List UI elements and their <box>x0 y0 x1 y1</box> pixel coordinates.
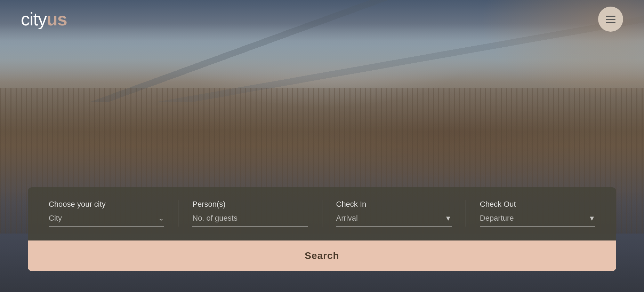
city-input[interactable] <box>49 214 155 223</box>
checkout-dropdown-arrow[interactable]: ▼ <box>588 214 595 222</box>
search-fields: Choose your city ⌄ Person(s) Check In ▼ … <box>28 187 616 240</box>
checkin-field-group: Check In ▼ <box>336 200 466 227</box>
logo-us: us <box>47 9 67 29</box>
menu-button[interactable] <box>598 7 623 32</box>
city-input-row: ⌄ <box>49 214 164 227</box>
persons-input[interactable] <box>192 214 308 223</box>
checkout-input-row: ▼ <box>480 214 595 227</box>
menu-bar-top <box>606 16 615 17</box>
city-dropdown-arrow[interactable]: ⌄ <box>158 214 164 222</box>
logo: cityus <box>21 9 67 30</box>
search-button[interactable]: Search <box>28 240 616 271</box>
persons-field-group: Person(s) <box>192 200 322 227</box>
persons-input-row <box>192 214 308 227</box>
checkin-field-label: Check In <box>336 200 452 209</box>
checkout-field-group: Check Out ▼ <box>480 200 595 227</box>
checkin-input-row: ▼ <box>336 214 452 227</box>
checkin-input[interactable] <box>336 214 442 223</box>
city-field-group: Choose your city ⌄ <box>49 200 178 227</box>
header: cityus <box>0 0 644 38</box>
checkout-input[interactable] <box>480 214 586 223</box>
checkin-dropdown-arrow[interactable]: ▼ <box>445 214 452 222</box>
city-field-label: Choose your city <box>49 200 164 209</box>
menu-bar-bottom <box>606 22 615 23</box>
persons-field-label: Person(s) <box>192 200 308 209</box>
logo-city: city <box>21 9 47 29</box>
checkout-field-label: Check Out <box>480 200 595 209</box>
menu-bar-middle <box>606 19 615 20</box>
search-panel: Choose your city ⌄ Person(s) Check In ▼ … <box>28 187 616 271</box>
